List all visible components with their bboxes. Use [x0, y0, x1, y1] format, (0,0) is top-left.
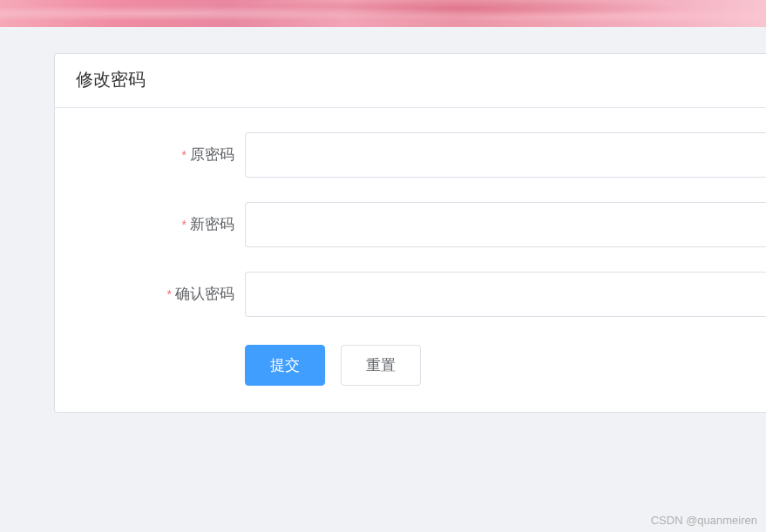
- required-mark-icon: *: [182, 218, 186, 232]
- panel-header: 修改密码: [55, 54, 766, 108]
- panel-title: 修改密码: [76, 68, 748, 91]
- required-mark-icon: *: [167, 287, 172, 301]
- panel-body: *原密码 *新密码 *确认密码 提交 重置: [55, 108, 766, 412]
- old-password-input[interactable]: [245, 132, 766, 178]
- header-banner: [0, 0, 766, 27]
- watermark: CSDN @quanmeiren: [651, 514, 757, 527]
- confirm-password-label: *确认密码: [55, 277, 245, 313]
- form-buttons: 提交 重置: [55, 345, 766, 386]
- confirm-password-input[interactable]: [245, 272, 766, 317]
- form-item-old-password: *原密码: [55, 132, 766, 178]
- content-area: 修改密码 *原密码 *新密码 *确认密码: [0, 27, 766, 532]
- submit-button[interactable]: 提交: [245, 345, 325, 386]
- form-item-confirm-password: *确认密码: [55, 272, 766, 317]
- required-mark-icon: *: [182, 148, 186, 162]
- label-text: 原密码: [190, 146, 234, 163]
- new-password-input[interactable]: [245, 202, 766, 247]
- new-password-label: *新密码: [55, 207, 245, 243]
- label-text: 确认密码: [175, 286, 234, 302]
- form-item-new-password: *新密码: [55, 202, 766, 247]
- change-password-panel: 修改密码 *原密码 *新密码 *确认密码: [54, 53, 766, 413]
- reset-button[interactable]: 重置: [341, 345, 421, 386]
- old-password-label: *原密码: [55, 138, 245, 173]
- label-text: 新密码: [190, 216, 234, 232]
